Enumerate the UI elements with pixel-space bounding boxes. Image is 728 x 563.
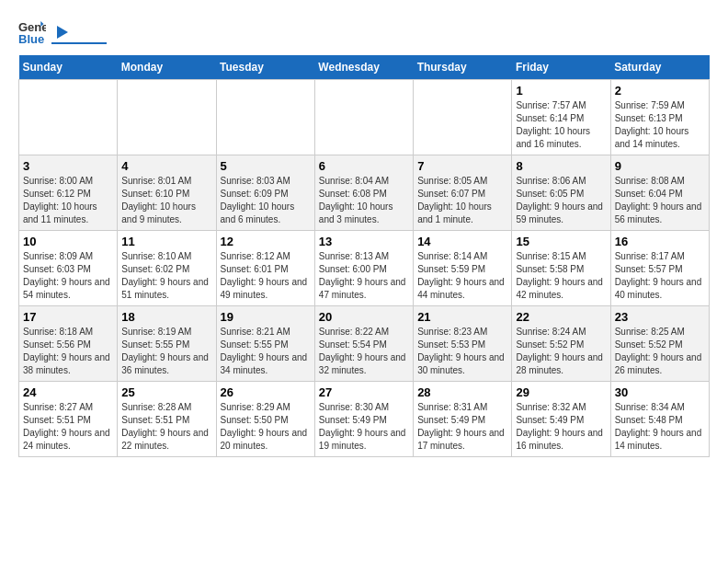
- calendar-cell: 30Sunrise: 8:34 AM Sunset: 5:48 PM Dayli…: [610, 382, 709, 457]
- day-number: 9: [615, 159, 705, 173]
- calendar-cell: 22Sunrise: 8:24 AM Sunset: 5:52 PM Dayli…: [512, 306, 610, 382]
- day-content: Sunrise: 8:23 AM Sunset: 5:53 PM Dayligh…: [417, 326, 507, 377]
- day-content: Sunrise: 8:24 AM Sunset: 5:52 PM Dayligh…: [516, 326, 606, 377]
- calendar-week-row: 10Sunrise: 8:09 AM Sunset: 6:03 PM Dayli…: [19, 231, 710, 306]
- calendar-cell: 24Sunrise: 8:27 AM Sunset: 5:51 PM Dayli…: [19, 382, 118, 457]
- weekday-header: Sunday: [19, 55, 118, 80]
- day-number: 4: [121, 159, 211, 173]
- calendar-cell: 1Sunrise: 7:57 AM Sunset: 6:14 PM Daylig…: [512, 80, 610, 155]
- calendar-cell: 27Sunrise: 8:30 AM Sunset: 5:49 PM Dayli…: [314, 382, 413, 457]
- day-number: 19: [221, 310, 311, 324]
- calendar-cell: 5Sunrise: 8:03 AM Sunset: 6:09 PM Daylig…: [216, 155, 314, 231]
- calendar-cell: 13Sunrise: 8:13 AM Sunset: 6:00 PM Dayli…: [314, 231, 413, 306]
- day-number: 12: [221, 235, 311, 248]
- day-content: Sunrise: 8:27 AM Sunset: 5:51 PM Dayligh…: [23, 401, 113, 453]
- day-number: 3: [23, 159, 113, 173]
- day-content: Sunrise: 8:04 AM Sunset: 6:08 PM Dayligh…: [319, 175, 409, 226]
- day-number: 23: [615, 310, 705, 324]
- calendar-cell: 28Sunrise: 8:31 AM Sunset: 5:49 PM Dayli…: [414, 382, 512, 457]
- day-content: Sunrise: 8:32 AM Sunset: 5:49 PM Dayligh…: [516, 401, 606, 453]
- calendar-cell: 2Sunrise: 7:59 AM Sunset: 6:13 PM Daylig…: [610, 80, 709, 155]
- calendar-cell: 12Sunrise: 8:12 AM Sunset: 6:01 PM Dayli…: [216, 231, 314, 306]
- day-content: Sunrise: 8:34 AM Sunset: 5:48 PM Dayligh…: [615, 401, 705, 453]
- weekday-header: Thursday: [414, 55, 512, 80]
- day-number: 21: [417, 310, 507, 324]
- calendar-cell: 16Sunrise: 8:17 AM Sunset: 5:57 PM Dayli…: [610, 231, 709, 306]
- calendar-cell: [19, 80, 118, 155]
- day-number: 8: [516, 159, 606, 173]
- day-number: 30: [615, 385, 705, 399]
- day-content: Sunrise: 8:00 AM Sunset: 6:12 PM Dayligh…: [23, 175, 113, 226]
- day-number: 7: [417, 159, 507, 173]
- svg-marker-3: [57, 26, 68, 39]
- calendar-cell: [314, 80, 413, 155]
- day-number: 28: [417, 385, 507, 399]
- calendar-cell: 8Sunrise: 8:06 AM Sunset: 6:05 PM Daylig…: [512, 155, 610, 231]
- page-header: General Blue: [18, 18, 710, 46]
- day-number: 29: [516, 385, 606, 399]
- day-content: Sunrise: 8:01 AM Sunset: 6:10 PM Dayligh…: [121, 175, 211, 226]
- day-content: Sunrise: 8:29 AM Sunset: 5:50 PM Dayligh…: [221, 401, 311, 453]
- calendar-cell: 26Sunrise: 8:29 AM Sunset: 5:50 PM Dayli…: [216, 382, 314, 457]
- day-content: Sunrise: 8:10 AM Sunset: 6:02 PM Dayligh…: [121, 250, 211, 302]
- calendar-week-row: 24Sunrise: 8:27 AM Sunset: 5:51 PM Dayli…: [19, 382, 710, 457]
- logo-underline: [51, 42, 107, 44]
- calendar-cell: 20Sunrise: 8:22 AM Sunset: 5:54 PM Dayli…: [314, 306, 413, 382]
- day-number: 1: [516, 84, 606, 98]
- day-content: Sunrise: 8:15 AM Sunset: 5:58 PM Dayligh…: [516, 250, 606, 302]
- calendar-cell: 17Sunrise: 8:18 AM Sunset: 5:56 PM Dayli…: [19, 306, 118, 382]
- day-content: Sunrise: 8:21 AM Sunset: 5:55 PM Dayligh…: [221, 326, 311, 377]
- day-content: Sunrise: 8:09 AM Sunset: 6:03 PM Dayligh…: [23, 250, 113, 302]
- calendar-cell: 25Sunrise: 8:28 AM Sunset: 5:51 PM Dayli…: [118, 382, 216, 457]
- calendar-cell: 11Sunrise: 8:10 AM Sunset: 6:02 PM Dayli…: [118, 231, 216, 306]
- day-number: 13: [319, 235, 409, 248]
- day-number: 22: [516, 310, 606, 324]
- calendar-week-row: 3Sunrise: 8:00 AM Sunset: 6:12 PM Daylig…: [19, 155, 710, 231]
- day-content: Sunrise: 8:08 AM Sunset: 6:04 PM Dayligh…: [615, 175, 705, 226]
- logo: General Blue: [18, 18, 107, 46]
- day-number: 24: [23, 385, 113, 399]
- calendar-cell: 3Sunrise: 8:00 AM Sunset: 6:12 PM Daylig…: [19, 155, 118, 231]
- day-number: 26: [221, 385, 311, 399]
- day-content: Sunrise: 8:22 AM Sunset: 5:54 PM Dayligh…: [319, 326, 409, 377]
- day-number: 15: [516, 235, 606, 248]
- day-content: Sunrise: 8:28 AM Sunset: 5:51 PM Dayligh…: [121, 401, 211, 453]
- weekday-header: Tuesday: [216, 55, 314, 80]
- calendar-cell: [216, 80, 314, 155]
- calendar-cell: [414, 80, 512, 155]
- calendar-cell: 6Sunrise: 8:04 AM Sunset: 6:08 PM Daylig…: [314, 155, 413, 231]
- day-content: Sunrise: 8:06 AM Sunset: 6:05 PM Dayligh…: [516, 175, 606, 226]
- day-content: Sunrise: 8:14 AM Sunset: 5:59 PM Dayligh…: [417, 250, 507, 302]
- day-number: 25: [121, 385, 211, 399]
- day-number: 2: [615, 84, 705, 98]
- calendar-cell: [118, 80, 216, 155]
- day-number: 27: [319, 385, 409, 399]
- day-number: 6: [319, 159, 409, 173]
- day-content: Sunrise: 7:59 AM Sunset: 6:13 PM Dayligh…: [615, 99, 705, 151]
- day-content: Sunrise: 8:31 AM Sunset: 5:49 PM Dayligh…: [417, 401, 507, 453]
- day-number: 10: [23, 235, 113, 248]
- day-content: Sunrise: 8:25 AM Sunset: 5:52 PM Dayligh…: [615, 326, 705, 377]
- day-content: Sunrise: 7:57 AM Sunset: 6:14 PM Dayligh…: [516, 99, 606, 151]
- day-number: 16: [615, 235, 705, 248]
- calendar-table: SundayMondayTuesdayWednesdayThursdayFrid…: [18, 55, 710, 457]
- calendar-cell: 15Sunrise: 8:15 AM Sunset: 5:58 PM Dayli…: [512, 231, 610, 306]
- weekday-header: Friday: [512, 55, 610, 80]
- logo-icon: General Blue: [18, 18, 46, 46]
- calendar-header-row: SundayMondayTuesdayWednesdayThursdayFrid…: [19, 55, 710, 80]
- day-content: Sunrise: 8:13 AM Sunset: 6:00 PM Dayligh…: [319, 250, 409, 302]
- calendar-cell: 4Sunrise: 8:01 AM Sunset: 6:10 PM Daylig…: [118, 155, 216, 231]
- calendar-cell: 10Sunrise: 8:09 AM Sunset: 6:03 PM Dayli…: [19, 231, 118, 306]
- day-content: Sunrise: 8:19 AM Sunset: 5:55 PM Dayligh…: [121, 326, 211, 377]
- day-content: Sunrise: 8:18 AM Sunset: 5:56 PM Dayligh…: [23, 326, 113, 377]
- calendar-week-row: 1Sunrise: 7:57 AM Sunset: 6:14 PM Daylig…: [19, 80, 710, 155]
- logo-arrow-icon: [53, 24, 70, 40]
- calendar-cell: 18Sunrise: 8:19 AM Sunset: 5:55 PM Dayli…: [118, 306, 216, 382]
- day-content: Sunrise: 8:30 AM Sunset: 5:49 PM Dayligh…: [319, 401, 409, 453]
- svg-text:Blue: Blue: [18, 32, 44, 46]
- day-number: 11: [121, 235, 211, 248]
- calendar-cell: 21Sunrise: 8:23 AM Sunset: 5:53 PM Dayli…: [414, 306, 512, 382]
- day-content: Sunrise: 8:03 AM Sunset: 6:09 PM Dayligh…: [221, 175, 311, 226]
- calendar-cell: 19Sunrise: 8:21 AM Sunset: 5:55 PM Dayli…: [216, 306, 314, 382]
- weekday-header: Monday: [118, 55, 216, 80]
